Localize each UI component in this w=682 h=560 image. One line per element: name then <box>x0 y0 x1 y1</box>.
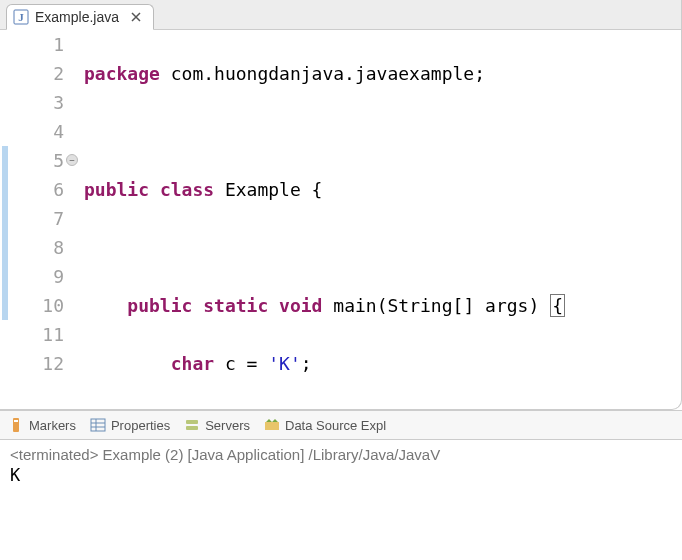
properties-icon <box>90 417 106 433</box>
servers-icon <box>184 417 200 433</box>
java-file-icon: J <box>13 9 29 25</box>
line-number-gutter: 1 2 3 4 5 6 7 8 9 10 11 12 − <box>20 30 76 410</box>
svg-rect-10 <box>265 422 279 430</box>
view-tab-markers[interactable]: Markers <box>8 417 76 433</box>
code-area[interactable]: package com.huongdanjava.javaexample; pu… <box>76 30 681 410</box>
console-output: K <box>10 463 672 485</box>
editor-tab-bar: J Example.java <box>0 0 681 30</box>
svg-text:J: J <box>18 11 24 23</box>
data-source-icon <box>264 417 280 433</box>
console-panel: <terminated> Example (2) [Java Applicati… <box>0 440 682 491</box>
close-tab-icon[interactable] <box>129 10 143 24</box>
view-tab-datasource[interactable]: Data Source Expl <box>264 417 386 433</box>
svg-rect-8 <box>186 420 198 424</box>
console-status-line: <terminated> Example (2) [Java Applicati… <box>10 446 672 463</box>
view-tab-servers[interactable]: Servers <box>184 417 250 433</box>
svg-rect-3 <box>14 420 18 422</box>
svg-rect-4 <box>91 419 105 431</box>
views-tab-bar: Markers Properties Servers Data Source E… <box>0 410 682 440</box>
tab-filename: Example.java <box>35 9 119 25</box>
marker-ruler <box>0 30 20 410</box>
editor-tab-example-java[interactable]: J Example.java <box>6 4 154 30</box>
markers-icon <box>8 417 24 433</box>
code-editor[interactable]: 1 2 3 4 5 6 7 8 9 10 11 12 − package com… <box>0 30 681 410</box>
svg-rect-9 <box>186 426 198 430</box>
view-tab-properties[interactable]: Properties <box>90 417 170 433</box>
